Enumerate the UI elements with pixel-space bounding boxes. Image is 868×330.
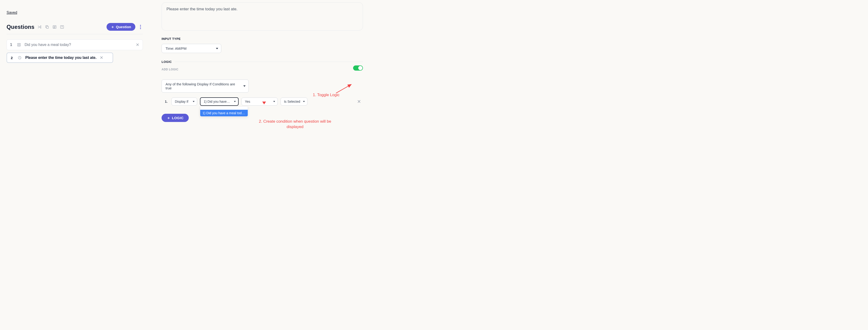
- plus-icon: ＋: [111, 25, 115, 29]
- question-index: 1: [10, 43, 13, 47]
- add-question-label: Question: [116, 25, 131, 29]
- choice-icon: [17, 43, 21, 47]
- question-text: Please enter the time today you last ate…: [25, 56, 96, 60]
- chevron-down-icon: [303, 101, 305, 102]
- condition-action-value: Display If: [175, 100, 188, 104]
- questions-header: Questions ＋ Question: [6, 23, 143, 34]
- question-row-1[interactable]: 1 Did you have a meal today? ✕: [6, 39, 143, 50]
- dropdown-blank-row[interactable]: [200, 107, 248, 110]
- input-type-label: INPUT TYPE: [161, 37, 363, 40]
- condition-question-select[interactable]: 1) Did you have a m…: [200, 97, 239, 106]
- toggle-knob: [358, 66, 363, 70]
- condition-value-select[interactable]: Yes: [241, 98, 278, 106]
- shuffle-icon[interactable]: [37, 25, 42, 29]
- plus-icon: ＋: [167, 116, 170, 120]
- condition-mode-value: Any of the following Display If Conditio…: [165, 82, 239, 90]
- condition-operator-value: Is Selected: [284, 100, 300, 104]
- condition-operator-select[interactable]: Is Selected: [280, 98, 307, 106]
- condition-row: 1. Display If 1) Did you have a m… 1) Di…: [161, 97, 363, 106]
- svg-point-3: [62, 27, 62, 28]
- chevron-down-icon: [273, 101, 275, 102]
- saved-link[interactable]: Saved: [6, 10, 17, 15]
- remove-question-icon[interactable]: ✕: [100, 56, 103, 60]
- input-type-select[interactable]: Time: AM/PM: [161, 44, 221, 53]
- logic-toggle[interactable]: [353, 65, 363, 71]
- question-index: 2: [11, 56, 14, 60]
- more-menu-icon[interactable]: [138, 25, 143, 29]
- questions-title: Questions: [6, 24, 34, 30]
- add-question-button[interactable]: ＋ Question: [106, 23, 135, 31]
- copy-icon[interactable]: [45, 25, 50, 29]
- divider: [175, 62, 363, 62]
- condition-value: Yes: [245, 100, 250, 104]
- list-icon[interactable]: [52, 25, 57, 29]
- add-logic-label: ADD LOGIC: [161, 68, 179, 71]
- condition-action-select[interactable]: Display If: [172, 98, 197, 106]
- add-logic-button-label: LOGIC: [172, 116, 184, 120]
- clock-icon: [17, 55, 22, 60]
- question-row-2[interactable]: 2 Please enter the time today you last a…: [6, 53, 113, 63]
- logic-section-label: LOGIC: [161, 60, 172, 63]
- add-logic-button[interactable]: ＋ LOGIC: [161, 114, 189, 122]
- chevron-down-icon: [243, 85, 246, 87]
- svg-rect-0: [46, 26, 49, 28]
- question-prompt-editor[interactable]: Please enter the time today you last ate…: [161, 2, 363, 30]
- question-prompt-text: Please enter the time today you last ate…: [166, 7, 238, 11]
- dropdown-option[interactable]: 1) Did you have a meal today?: [200, 110, 248, 116]
- chevron-down-icon: [234, 101, 236, 102]
- condition-mode-select[interactable]: Any of the following Display If Conditio…: [161, 80, 249, 93]
- condition-number: 1.: [165, 100, 168, 104]
- condition-question-value: 1) Did you have a m…: [204, 100, 230, 104]
- chevron-down-icon: [216, 48, 218, 49]
- chevron-down-icon: [193, 101, 194, 102]
- remove-condition-icon[interactable]: ✕: [357, 99, 361, 104]
- remove-question-icon[interactable]: ✕: [136, 43, 139, 47]
- help-icon[interactable]: [60, 25, 64, 29]
- question-text: Did you have a meal today?: [25, 43, 132, 47]
- input-type-value: Time: AM/PM: [165, 47, 186, 50]
- condition-question-dropdown: 1) Did you have a meal today?: [200, 106, 248, 116]
